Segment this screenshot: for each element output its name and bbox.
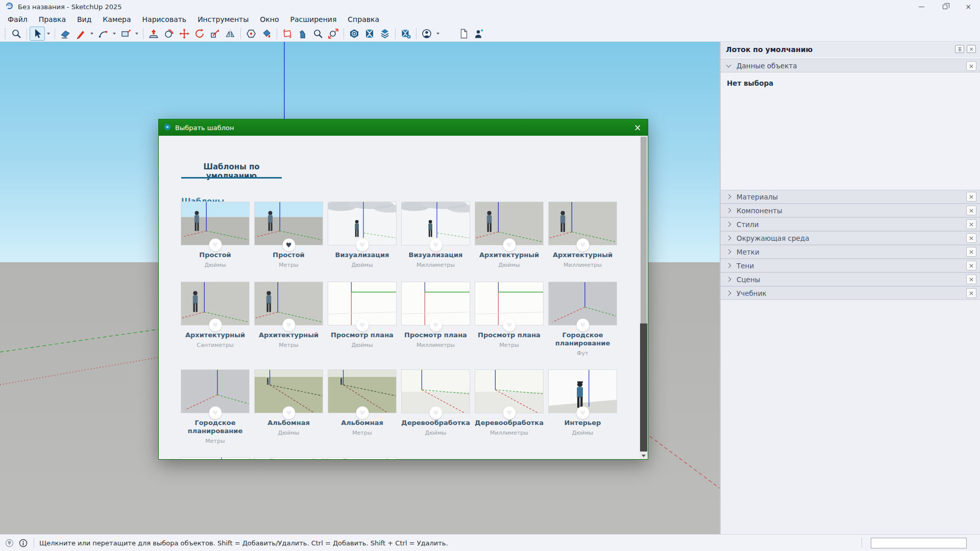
geolocation-icon[interactable] bbox=[5, 539, 14, 547]
menu-tools[interactable]: Инструменты bbox=[192, 14, 254, 25]
template-card[interactable]: ♥ДеревообработкаМиллиметры bbox=[475, 369, 544, 436]
favorite-circle-icon[interactable]: ♥ bbox=[209, 407, 222, 419]
zoom-icon[interactable] bbox=[310, 27, 326, 41]
favorite-circle-icon[interactable]: ♥ bbox=[282, 407, 295, 419]
select-icon[interactable] bbox=[30, 27, 45, 41]
panel-tags[interactable]: Метки× bbox=[721, 245, 980, 259]
template-thumbnail[interactable]: ♥ bbox=[548, 202, 617, 245]
menu-draw[interactable]: Нарисовать bbox=[137, 14, 192, 25]
panel-materials[interactable]: Материалы× bbox=[721, 190, 980, 204]
favorite-circle-icon[interactable]: ♥ bbox=[576, 407, 589, 419]
account-icon[interactable] bbox=[419, 27, 434, 41]
extension-manager-icon[interactable] bbox=[398, 27, 413, 41]
template-card-partial[interactable] bbox=[181, 457, 250, 459]
template-thumbnail[interactable]: ♥ bbox=[548, 369, 617, 413]
template-card[interactable]: ♥АрхитектурныйМетры bbox=[254, 282, 323, 348]
template-card[interactable]: ♥ДеревообработкаДюймы bbox=[401, 369, 470, 436]
panel-environment[interactable]: Окружающая среда× bbox=[721, 231, 980, 245]
favorite-circle-icon[interactable]: ♥ bbox=[576, 239, 589, 252]
flip-icon[interactable] bbox=[223, 27, 238, 41]
scrollbar-thumb[interactable] bbox=[640, 323, 647, 452]
template-card-partial[interactable] bbox=[254, 457, 323, 459]
line-dropdown[interactable] bbox=[88, 27, 95, 41]
move-icon[interactable] bbox=[177, 27, 192, 41]
arc-icon[interactable] bbox=[95, 27, 111, 41]
line-icon[interactable] bbox=[73, 27, 88, 41]
rectangle-icon[interactable] bbox=[118, 27, 133, 41]
panel-close-button[interactable]: × bbox=[966, 61, 976, 71]
tray-dock-pin-icon[interactable] bbox=[955, 45, 964, 53]
template-card[interactable]: ♥Просмотр планаМиллиметры bbox=[401, 282, 470, 348]
favorite-circle-icon[interactable]: ♥ bbox=[429, 319, 442, 332]
panel-styles[interactable]: Стили× bbox=[721, 217, 980, 231]
dialog-titlebar[interactable]: Выбрать шаблон × bbox=[159, 119, 648, 136]
scrollbar-down-arrow-icon[interactable] bbox=[640, 452, 648, 459]
template-thumbnail[interactable]: ♥ bbox=[401, 202, 470, 245]
favorite-circle-icon[interactable]: ♥ bbox=[356, 319, 369, 332]
pan-icon[interactable] bbox=[295, 27, 310, 41]
dialog-scrollbar[interactable] bbox=[640, 136, 648, 459]
favorite-circle-icon[interactable]: ♥ bbox=[209, 319, 222, 332]
template-card[interactable]: ♥АрхитектурныйДюймы bbox=[475, 202, 544, 268]
favorite-circle-icon[interactable]: ♥ bbox=[356, 407, 369, 419]
follow-me-icon[interactable] bbox=[161, 27, 177, 41]
favorite-circle-icon[interactable]: ♥ bbox=[356, 239, 369, 252]
template-thumbnail[interactable]: ♥ bbox=[548, 282, 617, 325]
favorite-circle-icon[interactable]: ♥ bbox=[209, 239, 222, 252]
template-card[interactable]: ♥АрхитектурныйСантиметры bbox=[181, 282, 250, 348]
template-thumbnail[interactable]: ♥ bbox=[181, 282, 250, 325]
template-thumbnail[interactable] bbox=[254, 457, 323, 459]
extension-warehouse-icon[interactable] bbox=[362, 27, 377, 41]
panel-close-button[interactable]: × bbox=[966, 219, 976, 229]
template-thumbnail[interactable]: ♥ bbox=[328, 369, 397, 413]
template-card[interactable]: ♥ПростойДюймы bbox=[181, 202, 250, 268]
panel-instructor[interactable]: Учебник× bbox=[721, 286, 980, 300]
menu-file[interactable]: Файл bbox=[2, 14, 33, 25]
panel-close-button[interactable]: × bbox=[966, 233, 976, 243]
panel-close-button[interactable]: × bbox=[966, 288, 976, 298]
template-thumbnail[interactable]: ♥ bbox=[328, 282, 397, 325]
template-thumbnail[interactable] bbox=[328, 457, 397, 459]
styles-stack-icon[interactable] bbox=[377, 27, 393, 41]
eraser-icon[interactable] bbox=[58, 27, 73, 41]
panel-components[interactable]: Компоненты× bbox=[721, 204, 980, 217]
template-thumbnail[interactable]: ♥ bbox=[401, 369, 470, 413]
scale-icon[interactable] bbox=[207, 27, 223, 41]
panel-close-button[interactable]: × bbox=[966, 192, 976, 202]
template-card[interactable]: ♥Просмотр планаДюймы bbox=[328, 282, 397, 348]
template-thumbnail[interactable]: ♥ bbox=[401, 282, 470, 325]
favorite-heart-icon[interactable]: ♥ bbox=[282, 239, 295, 252]
zoom-window-icon[interactable] bbox=[9, 27, 24, 41]
template-card[interactable]: ♥ВизуализацияДюймы bbox=[328, 202, 397, 268]
measurements-input[interactable] bbox=[871, 538, 967, 548]
template-card[interactable]: ♥АльбомнаяМетры bbox=[328, 369, 397, 436]
tape-measure-icon[interactable] bbox=[243, 27, 259, 41]
favorite-circle-icon[interactable]: ♥ bbox=[576, 319, 589, 332]
tray-close-icon[interactable]: × bbox=[967, 45, 976, 53]
template-card[interactable]: ♥Просмотр планаМетры bbox=[475, 282, 544, 348]
account-dropdown[interactable] bbox=[434, 27, 442, 41]
template-thumbnail[interactable]: ♥ bbox=[254, 369, 323, 413]
favorite-circle-icon[interactable]: ♥ bbox=[503, 239, 516, 252]
template-thumbnail[interactable]: ♥ bbox=[475, 202, 544, 245]
rotate-icon[interactable] bbox=[192, 27, 207, 41]
section-plane-icon[interactable] bbox=[280, 27, 295, 41]
favorite-circle-icon[interactable]: ♥ bbox=[429, 407, 442, 419]
zoom-extents-icon[interactable] bbox=[326, 27, 341, 41]
favorite-circle-icon[interactable]: ♥ bbox=[429, 239, 442, 252]
template-thumbnail[interactable]: ♥ bbox=[181, 202, 250, 245]
3d-warehouse-icon[interactable] bbox=[347, 27, 362, 41]
template-card[interactable]: ♥АрхитектурныйМиллиметры bbox=[548, 202, 617, 268]
paint-bucket-icon[interactable] bbox=[259, 27, 274, 41]
menu-camera[interactable]: Камера bbox=[97, 14, 136, 25]
add-collaborator-icon[interactable] bbox=[471, 27, 486, 41]
panel-close-button[interactable]: × bbox=[966, 261, 976, 270]
template-card[interactable]: ♥Городское планированиеМетры bbox=[181, 369, 250, 444]
panel-shadows[interactable]: Тени× bbox=[721, 259, 980, 272]
template-card[interactable]: ♥ВизуализацияМиллиметры bbox=[401, 202, 470, 268]
rectangle-dropdown[interactable] bbox=[133, 27, 140, 41]
menu-view[interactable]: Вид bbox=[71, 14, 97, 25]
template-thumbnail[interactable]: ♥ bbox=[475, 369, 544, 413]
template-card-partial[interactable] bbox=[328, 457, 397, 459]
template-thumbnail[interactable] bbox=[181, 457, 250, 459]
